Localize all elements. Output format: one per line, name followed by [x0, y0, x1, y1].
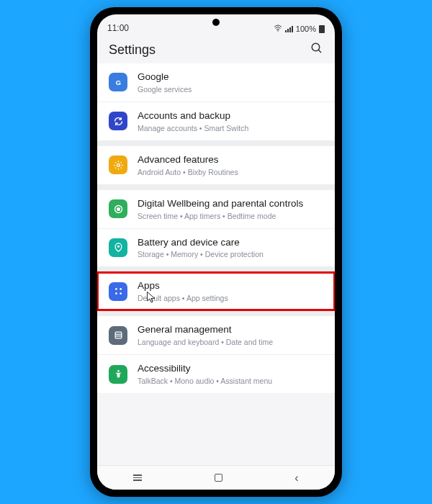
svg-point-0 [277, 30, 279, 32]
item-title: Digital Wellbeing and parental controls [138, 198, 323, 210]
item-text: Battery and device careStorage • Memory … [138, 237, 323, 259]
svg-point-4 [117, 163, 120, 166]
svg-point-10 [115, 293, 117, 295]
phone-frame: 11:00 100% Settings GGoogleGoogle servic… [90, 7, 342, 497]
screen: 11:00 100% Settings GGoogleGoogle servic… [97, 14, 335, 490]
nav-back-button[interactable]: ‹ [294, 472, 298, 485]
item-text: AppsDefault apps • App settings [138, 280, 323, 302]
svg-point-7 [117, 246, 119, 248]
item-title: Battery and device care [138, 237, 323, 249]
sync-icon [109, 112, 127, 130]
svg-rect-12 [115, 332, 122, 338]
navigation-bar: ‹ [97, 465, 335, 490]
item-subtitle: Android Auto • Bixby Routines [138, 168, 323, 176]
care-icon [109, 238, 127, 257]
signal-icon [285, 26, 293, 32]
svg-line-2 [318, 50, 321, 53]
battery-text: 100% [296, 24, 316, 33]
item-text: Advanced featuresAndroid Auto • Bixby Ro… [138, 154, 323, 176]
settings-item-apps[interactable]: AppsDefault apps • App settings [97, 272, 335, 310]
item-title: Advanced features [138, 154, 323, 166]
item-text: AccessibilityTalkBack • Mono audio • Ass… [138, 363, 323, 385]
item-subtitle: Google services [138, 85, 323, 94]
item-title: Accessibility [138, 363, 323, 375]
svg-point-6 [117, 207, 120, 210]
settings-item-access[interactable]: AccessibilityTalkBack • Mono audio • Ass… [97, 354, 335, 393]
item-subtitle: Storage • Memory • Device protection [138, 250, 323, 258]
gear-icon [109, 156, 127, 174]
item-subtitle: Default apps • App settings [138, 294, 323, 302]
item-subtitle: Language and keyboard • Date and time [138, 338, 323, 346]
front-camera [212, 19, 220, 26]
settings-item-google[interactable]: GGoogleGoogle services [97, 63, 335, 102]
wifi-icon [274, 24, 282, 33]
status-icons: 100% [274, 24, 325, 33]
wellbeing-icon [109, 199, 127, 218]
google-icon: G [109, 73, 127, 91]
search-button[interactable] [310, 42, 323, 58]
settings-item-gear[interactable]: Advanced featuresAndroid Auto • Bixby Ro… [97, 146, 335, 184]
nav-recents-button[interactable] [133, 474, 142, 481]
status-time: 11:00 [107, 23, 129, 33]
settings-list[interactable]: GGoogleGoogle servicesAccounts and backu… [97, 63, 335, 465]
svg-point-8 [115, 288, 117, 290]
general-icon [109, 326, 127, 345]
page-title: Settings [109, 42, 156, 58]
settings-item-wellbeing[interactable]: Digital Wellbeing and parental controlsS… [97, 190, 335, 228]
item-title: Accounts and backup [138, 110, 323, 122]
access-icon [109, 365, 127, 384]
item-text: Accounts and backupManage accounts • Sma… [138, 110, 323, 132]
item-title: General management [138, 324, 323, 336]
svg-point-11 [120, 293, 122, 295]
item-subtitle: Manage accounts • Smart Switch [138, 124, 323, 132]
settings-item-care[interactable]: Battery and device careStorage • Memory … [97, 228, 335, 267]
app-header: Settings [97, 35, 335, 63]
item-subtitle: Screen time • App timers • Bedtime mode [138, 212, 323, 220]
item-text: GoogleGoogle services [138, 71, 323, 94]
item-subtitle: TalkBack • Mono audio • Assistant menu [138, 377, 323, 385]
settings-item-sync[interactable]: Accounts and backupManage accounts • Sma… [97, 102, 335, 140]
item-title: Google [138, 71, 323, 84]
svg-point-9 [120, 288, 122, 290]
settings-item-general[interactable]: General managementLanguage and keyboard … [97, 316, 335, 354]
nav-home-button[interactable] [215, 474, 222, 482]
svg-point-1 [312, 43, 320, 51]
apps-icon [109, 282, 127, 301]
svg-text:G: G [115, 79, 120, 86]
item-text: Digital Wellbeing and parental controlsS… [138, 198, 323, 220]
item-title: Apps [138, 280, 323, 292]
item-text: General managementLanguage and keyboard … [138, 324, 323, 346]
battery-icon [319, 25, 325, 33]
svg-point-15 [117, 370, 120, 372]
